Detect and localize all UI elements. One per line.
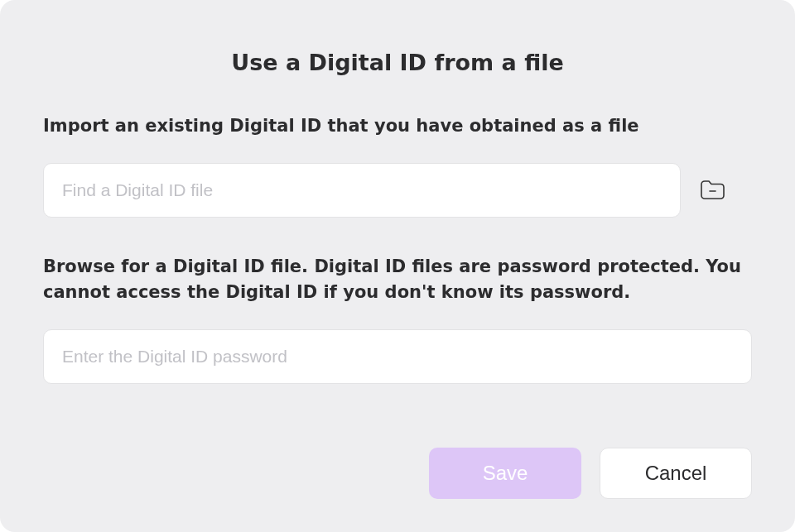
find-file-row — [43, 163, 752, 218]
save-button[interactable]: Save — [429, 448, 581, 499]
find-file-input[interactable] — [43, 163, 681, 218]
browse-file-button[interactable] — [699, 178, 726, 204]
folder-icon — [699, 178, 726, 204]
dialog-title: Use a Digital ID from a file — [43, 50, 752, 75]
cancel-button[interactable]: Cancel — [600, 448, 752, 499]
digital-id-dialog: Use a Digital ID from a file Import an e… — [0, 0, 795, 532]
password-input[interactable] — [43, 329, 752, 384]
spacer — [43, 417, 752, 441]
password-heading: Browse for a Digital ID file. Digital ID… — [43, 254, 752, 304]
button-row: Save Cancel — [43, 448, 752, 499]
find-file-heading: Import an existing Digital ID that you h… — [43, 113, 752, 138]
